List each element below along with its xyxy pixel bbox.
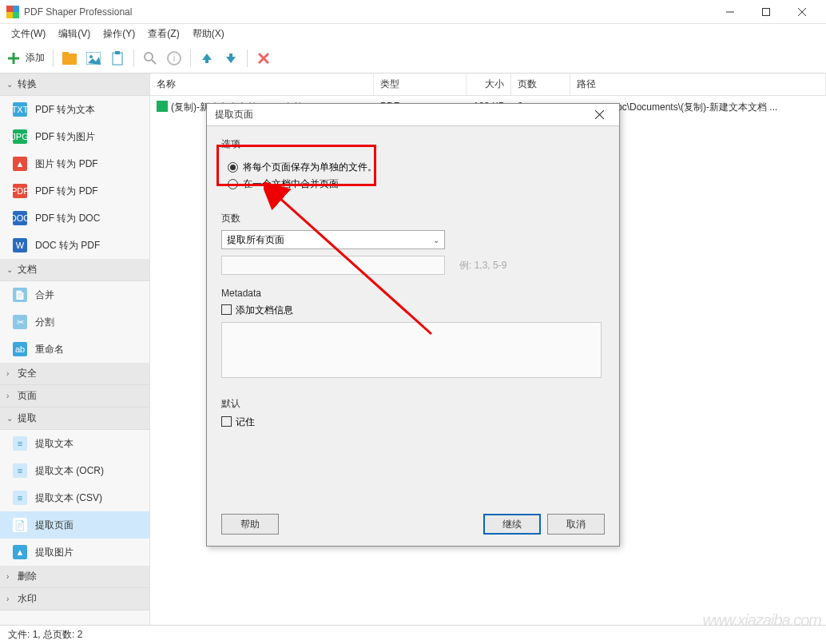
svg-point-13 — [89, 55, 93, 58]
menu-edit[interactable]: 编辑(V) — [52, 25, 97, 43]
svg-rect-15 — [115, 51, 120, 54]
continue-button[interactable]: 继续 — [483, 514, 541, 535]
toolbar: 添加 i — [0, 43, 826, 74]
col-pages[interactable]: 页数 — [511, 74, 570, 95]
sidebar-item-rename[interactable]: ab重命名 — [0, 336, 149, 363]
watermark: www.xiazaiba.com — [702, 611, 821, 630]
group-delete[interactable]: ›删除 — [0, 566, 149, 588]
sidebar-item-extract-text[interactable]: ≡提取文本 — [0, 430, 149, 457]
svg-rect-14 — [113, 53, 122, 65]
dialog-titlebar: 提取页面 — [207, 104, 619, 126]
col-path[interactable]: 路径 — [570, 74, 826, 95]
menubar: 文件(W) 编辑(V) 操作(Y) 查看(Z) 帮助(X) — [0, 24, 826, 43]
minimize-button[interactable] — [712, 1, 748, 23]
group-page[interactable]: ›页面 — [0, 385, 149, 407]
info-icon[interactable]: i — [166, 50, 182, 66]
list-header: 名称 类型 大小 页数 路径 — [150, 74, 826, 96]
sidebar-item-extract-images[interactable]: ▲提取图片 — [0, 539, 149, 566]
svg-rect-3 — [13, 12, 19, 18]
sidebar-item-pdf-to-pdf[interactable]: PDFPDF 转为 PDF — [0, 177, 149, 205]
sidebar-item-pdf-to-image[interactable]: JPGPDF 转为图片 — [0, 123, 149, 150]
separator — [247, 50, 248, 67]
metadata-legend: Metadata — [221, 288, 605, 299]
menu-help[interactable]: 帮助(X) — [186, 25, 231, 43]
sidebar-item-extract-pages[interactable]: 📄提取页面 — [0, 511, 149, 539]
sidebar-item-pdf-to-doc[interactable]: DOCPDF 转为 DOC — [0, 205, 149, 232]
menu-action[interactable]: 操作(Y) — [97, 25, 141, 43]
group-document[interactable]: ⌄文档 — [0, 259, 149, 281]
chevron-down-icon: ⌄ — [433, 236, 439, 244]
sidebar-item-merge[interactable]: 📄合并 — [0, 281, 149, 308]
menu-file[interactable]: 文件(W) — [5, 25, 52, 43]
folder-icon[interactable] — [62, 50, 77, 66]
col-type[interactable]: 类型 — [374, 74, 467, 95]
radio-icon — [228, 162, 238, 173]
default-legend: 默认 — [221, 397, 605, 411]
separator — [190, 50, 191, 67]
sidebar-item-pdf-to-text[interactable]: TXTPDF 转为文本 — [0, 96, 149, 123]
dialog-title: 提取页面 — [215, 108, 587, 121]
menu-view[interactable]: 查看(Z) — [141, 25, 185, 43]
image-icon[interactable] — [85, 50, 101, 66]
sidebar-item-extract-ocr[interactable]: ≡提取文本 (OCR) — [0, 457, 149, 484]
separator — [53, 50, 54, 67]
down-icon[interactable] — [223, 50, 239, 66]
checkbox-icon — [221, 416, 232, 427]
plus-icon — [6, 51, 21, 66]
sidebar: ⌄转换 TXTPDF 转为文本 JPGPDF 转为图片 ▲图片 转为 PDF P… — [0, 74, 150, 625]
titlebar: PDF Shaper Professional — [0, 0, 826, 24]
status-text: 文件: 1, 总页数: 2 — [8, 628, 82, 642]
up-icon[interactable] — [199, 50, 215, 66]
separator — [133, 50, 134, 67]
svg-point-16 — [145, 53, 153, 61]
pages-legend: 页数 — [221, 212, 605, 225]
group-watermark[interactable]: ›水印 — [0, 588, 149, 610]
pages-placeholder: 例: 1,3, 5-9 — [459, 259, 506, 272]
cancel-button[interactable]: 取消 — [547, 514, 605, 535]
sidebar-item-split[interactable]: ✂分割 — [0, 308, 149, 336]
pdf-file-icon — [157, 101, 168, 112]
svg-rect-1 — [13, 6, 19, 12]
sidebar-item-image-to-pdf[interactable]: ▲图片 转为 PDF — [0, 150, 149, 177]
svg-rect-11 — [62, 52, 69, 55]
sidebar-item-doc-to-pdf[interactable]: WDOC 转为 PDF — [0, 232, 149, 259]
pages-input[interactable] — [221, 256, 445, 275]
col-name[interactable]: 名称 — [150, 74, 374, 95]
group-security[interactable]: ›安全 — [0, 363, 149, 385]
svg-rect-10 — [62, 54, 77, 65]
group-extract[interactable]: ⌄提取 — [0, 407, 149, 430]
add-button[interactable]: 添加 — [6, 51, 45, 66]
group-convert[interactable]: ⌄转换 — [0, 74, 149, 96]
options-legend: 选项 — [221, 137, 605, 151]
close-button[interactable] — [784, 1, 820, 23]
metadata-textarea[interactable] — [221, 322, 602, 378]
window-title: PDF Shaper Professional — [24, 6, 712, 18]
radio-save-separate[interactable]: 将每个页面保存为单独的文件。 — [228, 159, 598, 176]
checkbox-remember[interactable]: 记住 — [221, 415, 605, 429]
add-label: 添加 — [26, 51, 45, 65]
dialog-close-button[interactable] — [587, 105, 611, 125]
search-icon[interactable] — [142, 50, 158, 66]
svg-line-17 — [152, 60, 156, 64]
svg-text:i: i — [173, 53, 176, 64]
svg-rect-5 — [762, 8, 769, 15]
app-logo-icon — [6, 6, 19, 18]
checkbox-add-doc-info[interactable]: 添加文档信息 — [221, 304, 605, 317]
help-button[interactable]: 帮助 — [221, 514, 279, 535]
extract-pages-dialog: 提取页面 选项 将每个页面保存为单独的文件。 在一个文档中合并页面 页数 提取所… — [206, 103, 620, 547]
maximize-button[interactable] — [748, 1, 784, 23]
checkbox-icon — [221, 304, 232, 315]
radio-merge-one[interactable]: 在一个文档中合并页面 — [228, 176, 598, 193]
col-size[interactable]: 大小 — [467, 74, 511, 95]
sidebar-item-extract-csv[interactable]: ≡提取文本 (CSV) — [0, 484, 149, 511]
pages-select[interactable]: 提取所有页面⌄ — [221, 230, 445, 249]
clipboard-icon[interactable] — [109, 50, 125, 66]
svg-rect-2 — [6, 12, 13, 18]
radio-icon — [228, 179, 238, 189]
delete-icon[interactable] — [256, 50, 272, 66]
